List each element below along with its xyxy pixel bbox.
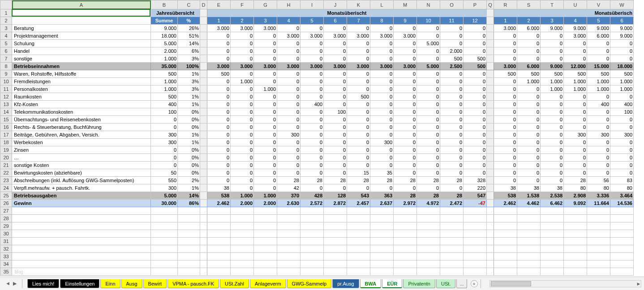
data-cell[interactable]: 0 bbox=[370, 116, 394, 124]
empty-cell[interactable] bbox=[12, 253, 151, 260]
data-cell[interactable]: 500 bbox=[464, 55, 487, 63]
row-header[interactable]: 31 bbox=[0, 238, 12, 245]
empty-cell[interactable] bbox=[277, 245, 301, 253]
empty-cell[interactable] bbox=[324, 245, 347, 253]
empty-cell[interactable] bbox=[610, 222, 634, 230]
data-cell[interactable]: 0 bbox=[370, 47, 394, 55]
empty-cell[interactable] bbox=[231, 268, 254, 276]
data-cell[interactable]: 14.536 bbox=[610, 200, 634, 207]
data-cell[interactable]: 0 bbox=[347, 139, 370, 146]
data-cell[interactable]: 0 bbox=[417, 162, 440, 169]
data-cell[interactable]: 35 bbox=[370, 169, 394, 177]
data-cell[interactable]: 3.000 bbox=[370, 32, 394, 40]
empty-cell[interactable] bbox=[200, 260, 207, 268]
data-cell[interactable]: 0 bbox=[254, 177, 277, 184]
spreadsheet-grid[interactable]: ABCDEFGHIJKLMNOPQRSTUVW 1 Jahresübersich… bbox=[0, 0, 644, 277]
row-header[interactable]: 34 bbox=[0, 260, 12, 268]
pct-cell[interactable]: 1% bbox=[178, 70, 200, 78]
row-label[interactable]: Beiträge, Gebühren, Abgaben, Versich. bbox=[12, 131, 151, 139]
data-cell[interactable]: 0 bbox=[417, 93, 440, 101]
row-label[interactable]: sonstige bbox=[12, 55, 151, 63]
data-cell[interactable]: 2.630 bbox=[277, 200, 301, 207]
data-cell[interactable]: 0 bbox=[301, 78, 324, 85]
data-cell[interactable]: 0 bbox=[324, 78, 347, 85]
empty-cell[interactable] bbox=[254, 230, 277, 238]
data-cell[interactable]: 0 bbox=[417, 70, 440, 78]
data-cell[interactable]: 0 bbox=[494, 162, 517, 169]
row-header[interactable]: 30 bbox=[0, 230, 12, 238]
data-cell[interactable]: 3.000 bbox=[231, 25, 254, 32]
data-cell[interactable]: 0 bbox=[610, 162, 634, 169]
data-cell[interactable]: 0 bbox=[254, 124, 277, 131]
empty-cell[interactable] bbox=[541, 268, 564, 276]
data-cell[interactable]: 1.000 bbox=[610, 85, 634, 93]
sheet-tab[interactable]: Lies mich! bbox=[27, 279, 60, 288]
data-cell[interactable]: 28 bbox=[277, 177, 301, 184]
data-cell[interactable]: 300 bbox=[610, 131, 634, 139]
data-cell[interactable]: 0 bbox=[301, 139, 324, 146]
data-cell[interactable]: 0 bbox=[587, 47, 610, 55]
col-header-D[interactable]: D bbox=[200, 0, 207, 9]
empty-cell[interactable] bbox=[347, 245, 370, 253]
empty-cell[interactable] bbox=[347, 268, 370, 276]
data-cell[interactable]: 0 bbox=[324, 70, 347, 78]
empty-cell[interactable] bbox=[417, 230, 440, 238]
data-cell[interactable]: 0 bbox=[517, 146, 541, 154]
data-cell[interactable]: 0 bbox=[417, 154, 440, 162]
col-header-N[interactable]: N bbox=[417, 0, 440, 9]
data-cell[interactable]: 28 bbox=[564, 177, 587, 184]
data-cell[interactable]: 0 bbox=[541, 116, 564, 124]
empty-cell[interactable] bbox=[277, 207, 301, 215]
pct-cell[interactable]: 14% bbox=[178, 40, 200, 47]
empty-cell[interactable] bbox=[151, 222, 178, 230]
data-cell[interactable]: 28 bbox=[394, 192, 417, 200]
data-cell[interactable]: 500 bbox=[207, 70, 231, 78]
data-cell[interactable]: 0 bbox=[254, 32, 277, 40]
data-cell[interactable]: 0 bbox=[440, 70, 464, 78]
data-cell[interactable]: 0 bbox=[347, 184, 370, 192]
pct-cell[interactable]: 0% bbox=[178, 169, 200, 177]
empty-cell[interactable] bbox=[587, 215, 610, 222]
data-cell[interactable]: 0 bbox=[517, 108, 541, 116]
empty-cell[interactable] bbox=[417, 215, 440, 222]
data-cell[interactable]: 0 bbox=[207, 108, 231, 116]
empty-cell[interactable] bbox=[394, 268, 417, 276]
empty-cell[interactable] bbox=[464, 222, 487, 230]
empty-cell[interactable] bbox=[324, 230, 347, 238]
row-header[interactable]: 25 bbox=[0, 192, 12, 200]
data-cell[interactable]: 500 bbox=[541, 70, 564, 78]
col-header-O[interactable]: O bbox=[440, 0, 464, 9]
data-cell[interactable]: 0 bbox=[440, 169, 464, 177]
data-cell[interactable]: 0 bbox=[610, 55, 634, 63]
data-cell[interactable]: 0 bbox=[517, 131, 541, 139]
data-cell[interactable]: 0 bbox=[324, 146, 347, 154]
row-header[interactable]: 22 bbox=[0, 169, 12, 177]
data-cell[interactable]: 0 bbox=[231, 108, 254, 116]
data-cell[interactable]: 0 bbox=[564, 146, 587, 154]
data-cell[interactable]: 3.464 bbox=[610, 192, 634, 200]
data-cell[interactable]: 3.000 bbox=[564, 32, 587, 40]
data-cell[interactable]: 0 bbox=[440, 124, 464, 131]
empty-cell[interactable] bbox=[370, 245, 394, 253]
empty-cell[interactable] bbox=[417, 207, 440, 215]
sum-cell[interactable]: 1.000 bbox=[151, 78, 178, 85]
data-cell[interactable]: 0 bbox=[494, 177, 517, 184]
empty-cell[interactable] bbox=[12, 238, 151, 245]
data-cell[interactable]: 0 bbox=[324, 40, 347, 47]
data-cell[interactable]: 0 bbox=[394, 139, 417, 146]
data-cell[interactable]: 38 bbox=[517, 184, 541, 192]
data-cell[interactable]: 0 bbox=[440, 25, 464, 32]
col-header-L[interactable]: L bbox=[370, 0, 394, 9]
data-cell[interactable]: 0 bbox=[370, 146, 394, 154]
row-header[interactable]: 18 bbox=[0, 139, 12, 146]
data-cell[interactable]: 0 bbox=[347, 108, 370, 116]
data-cell[interactable]: 0 bbox=[277, 108, 301, 116]
empty-cell[interactable] bbox=[494, 207, 517, 215]
data-cell[interactable]: 400 bbox=[610, 101, 634, 108]
sheet-tab[interactable]: GWG-Sammelp bbox=[287, 279, 332, 288]
data-cell[interactable]: 0 bbox=[517, 124, 541, 131]
data-cell[interactable]: 0 bbox=[464, 154, 487, 162]
sum-cell[interactable]: 300 bbox=[151, 184, 178, 192]
data-cell[interactable]: 0 bbox=[587, 162, 610, 169]
data-cell[interactable]: 500 bbox=[517, 70, 541, 78]
